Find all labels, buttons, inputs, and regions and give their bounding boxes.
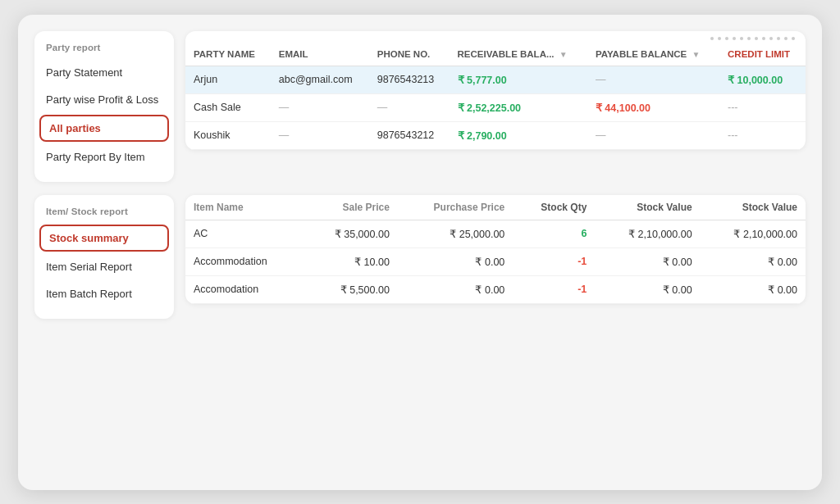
email-cell: — <box>271 121 369 149</box>
stock-table: Item Name Sale Price Purchase Price Stoc… <box>185 195 806 304</box>
sidebar-item-stock-summary[interactable]: Stock summary <box>39 225 169 252</box>
stock-table-row[interactable]: Accomodation ₹ 5,500.00 ₹ 0.00 -1 ₹ 0.00… <box>185 275 806 303</box>
dot <box>718 37 721 40</box>
dot <box>733 37 736 40</box>
dot <box>792 37 795 40</box>
stock-table-row[interactable]: AC ₹ 35,000.00 ₹ 25,000.00 6 ₹ 2,10,000.… <box>185 220 806 247</box>
col-stock-value1: Stock Value <box>595 195 700 220</box>
party-table-row[interactable]: Cash Sale — — ₹ 2,52,225.00 ₹ 44,100.00 … <box>185 93 806 121</box>
stock-value1-cell: ₹ 2,10,000.00 <box>595 220 700 247</box>
col-email: EMAIL <box>271 43 369 66</box>
sidebar-item-party-report-by-item[interactable]: Party Report By Item <box>34 143 174 170</box>
party-table-panel: PARTY NAME EMAIL PHONE NO. RECEIVABLE BA… <box>185 31 806 150</box>
col-stock-value2: Stock Value <box>701 195 806 220</box>
receivable-cell: ₹ 2,52,225.00 <box>450 93 587 121</box>
stock-qty-cell: -1 <box>513 247 595 275</box>
email-cell: — <box>271 93 369 121</box>
sidebar-item-party-wise-pl[interactable]: Party wise Profit & Loss <box>34 86 174 113</box>
filter-icon: ▼ <box>559 50 568 59</box>
dot <box>740 37 743 40</box>
credit-cell: --- <box>719 121 806 149</box>
main-container: Party report Party Statement Party wise … <box>18 15 822 490</box>
stock-value1-cell: ₹ 0.00 <box>595 275 700 303</box>
party-report-section: Party report Party Statement Party wise … <box>34 31 806 182</box>
stock-report-section: Item/ Stock report Stock summary Item Se… <box>34 195 806 319</box>
stock-value2-cell: ₹ 0.00 <box>701 247 806 275</box>
sidebar-item-serial-report[interactable]: Item Serial Report <box>34 253 174 280</box>
receivable-cell: ₹ 5,777.00 <box>450 66 587 93</box>
payable-cell: — <box>587 121 719 149</box>
sidebar-item-all-parties[interactable]: All parties <box>39 115 169 142</box>
stock-value2-cell: ₹ 2,10,000.00 <box>701 220 806 247</box>
col-credit: CREDIT LIMIT <box>719 43 806 66</box>
sale-price-cell: ₹ 5,500.00 <box>304 275 398 303</box>
party-table-header-row: PARTY NAME EMAIL PHONE NO. RECEIVABLE BA… <box>185 43 806 66</box>
dot <box>769 37 773 40</box>
dots-decoration <box>185 31 806 43</box>
dot <box>710 37 714 40</box>
stock-qty-cell: 6 <box>513 220 595 247</box>
party-table-row[interactable]: Koushik — 9876543212 ₹ 2,790.00 — --- <box>185 121 806 149</box>
party-name-cell: Arjun <box>185 66 271 93</box>
stock-section-label: Item/ Stock report <box>34 207 174 223</box>
col-party-name: PARTY NAME <box>185 43 271 66</box>
phone-cell: 9876543212 <box>369 121 450 149</box>
phone-cell: 9876543213 <box>369 66 450 93</box>
credit-cell: ₹ 10,000.00 <box>719 66 806 93</box>
email-cell: abc@gmail.com <box>271 66 369 93</box>
item-name-cell: Accomodation <box>185 275 304 303</box>
dot <box>777 37 780 40</box>
col-item-name: Item Name <box>185 195 304 220</box>
sidebar-item-party-statement[interactable]: Party Statement <box>34 59 174 86</box>
credit-cell: --- <box>719 93 806 121</box>
sale-price-cell: ₹ 35,000.00 <box>304 220 398 247</box>
party-table-row[interactable]: Arjun abc@gmail.com 9876543213 ₹ 5,777.0… <box>185 66 806 93</box>
dot <box>747 37 751 40</box>
stock-table-row[interactable]: Accommodation ₹ 10.00 ₹ 0.00 -1 ₹ 0.00 ₹… <box>185 247 806 275</box>
col-sale-price: Sale Price <box>304 195 398 220</box>
item-name-cell: Accommodation <box>185 247 304 275</box>
dot <box>725 37 728 40</box>
purchase-price-cell: ₹ 0.00 <box>398 247 513 275</box>
col-purchase-price: Purchase Price <box>398 195 513 220</box>
sale-price-cell: ₹ 10.00 <box>304 247 398 275</box>
sidebar-item-batch-report[interactable]: Item Batch Report <box>34 280 174 307</box>
item-name-cell: AC <box>185 220 304 247</box>
stock-table-panel: Item Name Sale Price Purchase Price Stoc… <box>185 195 806 304</box>
receivable-cell: ₹ 2,790.00 <box>450 121 587 149</box>
col-receivable[interactable]: RECEIVABLE BALA... ▼ <box>450 43 587 66</box>
purchase-price-cell: ₹ 0.00 <box>398 275 513 303</box>
dot <box>784 37 788 40</box>
phone-cell: — <box>369 93 450 121</box>
stock-qty-cell: -1 <box>513 275 595 303</box>
filter-icon: ▼ <box>692 50 701 59</box>
stock-value2-cell: ₹ 0.00 <box>701 275 806 303</box>
stock-sidebar: Item/ Stock report Stock summary Item Se… <box>34 195 174 319</box>
stock-value1-cell: ₹ 0.00 <box>595 247 700 275</box>
purchase-price-cell: ₹ 25,000.00 <box>398 220 513 247</box>
dot <box>755 37 758 40</box>
col-stock-qty: Stock Qty <box>513 195 595 220</box>
stock-table-header-row: Item Name Sale Price Purchase Price Stoc… <box>185 195 806 220</box>
party-sidebar: Party report Party Statement Party wise … <box>34 31 174 182</box>
party-section-label: Party report <box>34 43 174 59</box>
dot <box>762 37 765 40</box>
col-phone: PHONE NO. <box>369 43 450 66</box>
payable-cell: — <box>587 66 719 93</box>
payable-cell: ₹ 44,100.00 <box>587 93 719 121</box>
party-name-cell: Cash Sale <box>185 93 271 121</box>
party-name-cell: Koushik <box>185 121 271 149</box>
col-payable[interactable]: PAYABLE BALANCE ▼ <box>587 43 719 66</box>
party-table: PARTY NAME EMAIL PHONE NO. RECEIVABLE BA… <box>185 43 806 150</box>
